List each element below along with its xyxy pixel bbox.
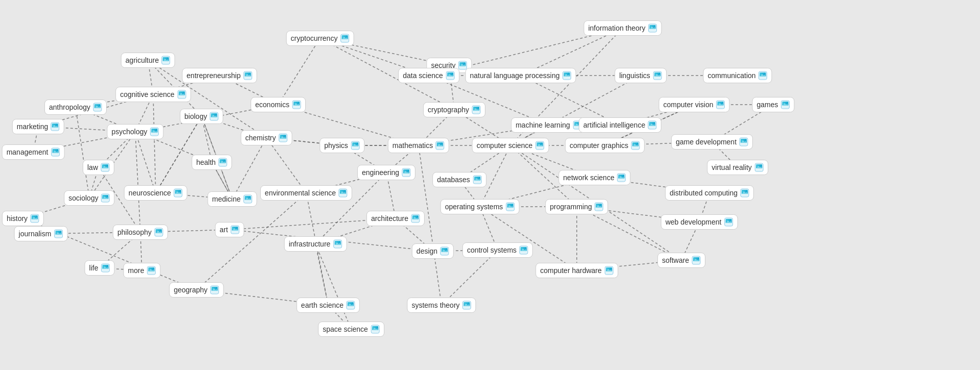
svg-line-67 [315,172,386,244]
node-computer_science[interactable]: computer science [472,138,549,153]
node-law[interactable]: law [83,160,114,175]
node-web_development[interactable]: web development [661,214,738,230]
node-cryptocurrency[interactable]: cryptocurrency [286,31,354,46]
node-psychology[interactable]: psychology [107,124,163,139]
node-icon-artificial_intelligence [648,120,657,130]
node-programming[interactable]: programming [545,199,608,214]
node-machine_learning[interactable]: machine learning [511,117,586,133]
node-databases[interactable]: databases [432,172,486,187]
node-icon-network_science [617,173,626,182]
node-history[interactable]: history [2,211,44,226]
node-environmental_science[interactable]: environmental science [260,185,352,201]
node-communication[interactable]: communication [703,68,772,83]
svg-line-39 [135,132,140,232]
node-icon-communication [758,71,768,80]
node-health[interactable]: health [191,155,232,170]
node-icon-mathematics [435,141,445,150]
node-mathematics[interactable]: mathematics [388,138,449,153]
node-art[interactable]: art [215,222,244,237]
node-icon-control_systems [519,245,528,255]
node-operating_systems[interactable]: operating systems [440,199,520,214]
node-label-neuroscience: neuroscience [129,189,171,197]
node-chemistry[interactable]: chemistry [241,130,292,145]
node-label-anthropology: anthropology [49,103,90,111]
node-network_science[interactable]: network science [558,170,630,185]
node-more[interactable]: more [124,263,161,278]
node-icon-computer_hardware [604,266,614,275]
node-label-information_theory: information theory [588,24,645,32]
node-information_theory[interactable]: information theory [583,20,662,36]
node-game_development[interactable]: game development [671,134,753,150]
node-natural_language_processing[interactable]: natural language processing [465,68,576,83]
node-label-natural_language_processing: natural language processing [470,71,560,80]
node-control_systems[interactable]: control systems [462,242,533,258]
node-label-computer_hardware: computer hardware [540,266,602,275]
node-distributed_computing[interactable]: distributed computing [665,185,754,201]
node-label-history: history [7,214,28,223]
node-artificial_intelligence[interactable]: artificial intelligence [579,117,662,133]
node-space_science[interactable]: space science [318,322,384,337]
node-computer_hardware[interactable]: computer hardware [535,263,618,278]
node-life[interactable]: life [85,260,115,276]
node-icon-software [692,256,701,265]
node-anthropology[interactable]: anthropology [44,100,107,115]
svg-line-101 [315,244,351,329]
node-medicine[interactable]: medicine [207,191,257,207]
node-systems_theory[interactable]: systems theory [407,298,476,313]
node-engineering[interactable]: engineering [357,165,415,180]
node-label-computer_vision: computer vision [663,101,713,109]
node-cryptography[interactable]: cryptography [423,102,485,117]
node-sociology[interactable]: sociology [64,190,114,206]
node-infrastructure[interactable]: infrastructure [284,236,347,252]
node-icon-philosophy [154,228,163,237]
node-label-design: design [416,247,437,255]
node-icon-programming [595,202,604,211]
node-icon-earth_science [346,301,355,310]
node-icon-data_science [446,71,455,80]
node-icon-computer_science [535,141,544,150]
svg-line-82 [480,207,577,270]
node-label-journalism: journalism [19,230,52,238]
svg-line-100 [315,244,328,305]
node-label-virtual_reality: virtual reality [712,163,752,171]
node-architecture[interactable]: architecture [366,211,425,226]
node-journalism[interactable]: journalism [14,226,68,241]
node-linguistics[interactable]: linguistics [615,68,667,83]
node-label-biology: biology [184,112,207,120]
node-label-cryptography: cryptography [428,106,469,114]
node-computer_graphics[interactable]: computer graphics [565,138,645,153]
node-software[interactable]: software [657,253,705,268]
node-philosophy[interactable]: philosophy [113,225,168,240]
node-entrepreneurship[interactable]: entrepreneurship [182,68,257,83]
node-label-economics: economics [255,101,289,109]
svg-line-18 [510,76,641,145]
node-computer_vision[interactable]: computer vision [658,97,729,112]
node-icon-medicine [243,194,253,204]
node-agriculture[interactable]: agriculture [121,53,175,68]
node-icon-marketing [51,122,60,131]
node-icon-web_development [724,217,733,227]
node-icon-cryptocurrency [340,34,349,43]
node-management[interactable]: management [2,144,65,160]
node-label-philosophy: philosophy [117,228,152,236]
node-cognitive_science[interactable]: cognitive science [115,87,191,102]
node-data_science[interactable]: data science [398,68,459,83]
node-neuroscience[interactable]: neuroscience [124,185,187,201]
node-label-game_development: game development [676,138,737,146]
node-icon-space_science [371,325,380,334]
node-games[interactable]: games [752,97,794,112]
node-earth_science[interactable]: earth science [297,298,360,313]
node-marketing[interactable]: marketing [12,119,64,134]
node-icon-agriculture [161,56,170,65]
node-label-architecture: architecture [371,214,408,223]
node-geography[interactable]: geography [169,282,224,298]
node-virtual_reality[interactable]: virtual reality [707,160,768,175]
node-physics[interactable]: physics [320,138,364,153]
node-icon-life [101,263,110,273]
node-design[interactable]: design [412,243,454,259]
node-label-entrepreneurship: entrepreneurship [187,71,241,80]
node-label-distributed_computing: distributed computing [670,189,738,197]
node-economics[interactable]: economics [251,97,306,112]
node-label-medicine: medicine [212,195,240,203]
node-biology[interactable]: biology [180,109,223,124]
